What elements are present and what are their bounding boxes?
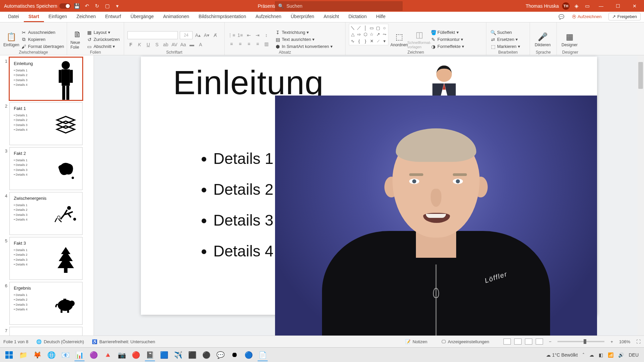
toggle-switch-icon[interactable] (59, 3, 71, 9)
taskbar-onenote[interactable]: 📓 (143, 349, 157, 361)
shape-arrow2-icon[interactable]: ↗ (375, 32, 381, 38)
tab-transitions[interactable]: Übergänge (126, 12, 158, 22)
shape-rect2-icon[interactable]: ▢ (375, 25, 381, 31)
fit-to-window-icon[interactable]: ⛶ (636, 339, 641, 344)
undo-icon[interactable]: ↶ (84, 2, 91, 10)
tray-keyboard-lang[interactable]: DEU (629, 352, 639, 358)
weather-widget[interactable]: ☁ 1°C Bewölkt (546, 352, 578, 358)
taskbar-firefox[interactable]: 🦊 (30, 349, 44, 361)
reset-button[interactable]: ↺Zurücksetzen (86, 37, 120, 43)
taskbar-app6[interactable]: 💬 (213, 349, 227, 361)
shape-oval-icon[interactable]: ○ (381, 25, 387, 31)
bold-icon[interactable]: F (127, 41, 134, 48)
shape-rect-icon[interactable]: ▭ (369, 25, 375, 31)
taskbar-outlook[interactable]: 📧 (58, 349, 72, 361)
grow-font-icon[interactable]: A▴ (195, 32, 201, 39)
bullet-item[interactable]: Details 1 (213, 143, 273, 174)
select-button[interactable]: ⬚Markieren ▾ (490, 44, 521, 50)
webcam-overlay[interactable]: Löffler (275, 96, 597, 338)
shapes-gallery[interactable]: ＼／│▭▢○ △⇨⬡☆↗⤳ ∿{}✕⟋▾ (349, 24, 388, 45)
search-input[interactable] (286, 3, 399, 9)
taskbar-chrome[interactable]: 🌐 (44, 349, 58, 361)
zoom-level[interactable]: 106% (619, 339, 630, 344)
redo-icon[interactable]: ↻ (94, 2, 101, 10)
user-name[interactable]: Thomas Hruska (526, 3, 559, 9)
tray-network-icon[interactable]: 📶 (608, 352, 613, 358)
normal-view-icon[interactable] (503, 339, 511, 345)
more-qat-icon[interactable]: ▾ (114, 2, 121, 10)
section-button[interactable]: ▭Abschnitt ▾ (86, 44, 120, 50)
shape-line2-icon[interactable]: ／ (356, 25, 362, 31)
bullet-item[interactable]: Details 3 (213, 205, 273, 236)
minimize-button[interactable]: — (594, 0, 608, 12)
layout-button[interactable]: ▦Layout ▾ (86, 29, 120, 36)
tab-home[interactable]: Start (24, 12, 44, 22)
justify-icon[interactable]: ≡ (254, 41, 261, 47)
display-settings-button[interactable]: 🖵Anzeigeeinstellungen (441, 339, 489, 344)
taskbar-app9[interactable]: 📄 (256, 349, 270, 361)
zoom-in-icon[interactable]: + (610, 339, 613, 344)
slide-editor-pane[interactable]: Einleitung Details 1Details 2Details 3De… (94, 55, 644, 350)
share-button[interactable]: ↗Freigeben (608, 13, 641, 20)
coming-soon-icon[interactable]: ◈ (573, 2, 580, 10)
align-text-button[interactable]: ▤Text ausrichten ▾ (274, 37, 333, 43)
shape-brace-icon[interactable]: { (356, 38, 362, 44)
notes-button[interactable]: 📝Notizen (405, 339, 427, 344)
taskbar-app5[interactable]: ⬛ (185, 349, 199, 361)
sorter-view-icon[interactable] (514, 339, 522, 345)
ribbon-mode-icon[interactable]: ▭ (584, 2, 591, 10)
slide-position[interactable]: Folie 1 von 8 (3, 339, 28, 344)
shape-conn-icon[interactable]: ⤳ (381, 32, 387, 38)
slide-thumbnails-pane[interactable]: 1EinleitungDetails 1Details 2Details 3De… (0, 55, 94, 350)
highlight-icon[interactable]: ▬ (189, 41, 195, 48)
cut-button[interactable]: ✂Ausschneiden (20, 29, 65, 36)
taskbar-app8[interactable]: 🔵 (241, 349, 256, 361)
slideshow-view-icon[interactable] (536, 339, 543, 345)
search-box[interactable]: 🔍 (275, 1, 402, 11)
bullets-icon[interactable]: ⋮≡ (228, 32, 235, 39)
find-button[interactable]: 🔍Suchen (490, 29, 521, 36)
copy-button[interactable]: ⧉Kopieren (20, 37, 65, 43)
columns-icon[interactable]: ▥ (263, 41, 270, 47)
replace-button[interactable]: ⇄Ersetzen ▾ (490, 37, 521, 43)
tab-animations[interactable]: Animationen (158, 12, 194, 22)
shape-effects-button[interactable]: ◑Formeffekte ▾ (430, 44, 465, 50)
slide-thumb-4[interactable]: 4ZwischenergenisDetails 1Details 2Detail… (2, 192, 94, 235)
reading-view-icon[interactable] (525, 339, 532, 345)
tab-view[interactable]: Ansicht (319, 12, 344, 22)
text-direction-button[interactable]: ↧Textrichtung ▾ (274, 29, 333, 36)
indent-inc-icon[interactable]: ⇥ (254, 32, 261, 39)
slide-canvas[interactable]: Einleitung Details 1Details 2Details 3De… (141, 57, 597, 315)
smartart-button[interactable]: ⬢In SmartArt konvertieren ▾ (274, 44, 333, 50)
taskbar-app3[interactable]: 🔴 (129, 349, 143, 361)
slide-thumb-6[interactable]: 6ErgebnisDetails 1Details 2Details 3Deta… (2, 282, 94, 325)
shape-outline-button[interactable]: ✎Formkontur ▾ (430, 37, 465, 43)
tab-help[interactable]: Hilfe (371, 12, 390, 22)
spacing-icon[interactable]: AV (171, 41, 178, 48)
taskbar-app2[interactable]: 📷 (115, 349, 129, 361)
slide-thumb-3[interactable]: 3Fakt 2Details 1Details 2Details 3Detail… (2, 147, 94, 190)
taskbar-powerpoint[interactable]: 📊 (72, 349, 87, 361)
taskbar-app4[interactable]: 🟦 (157, 349, 171, 361)
tab-record[interactable]: Aufzeichnen (251, 12, 286, 22)
close-button[interactable]: ✕ (628, 0, 641, 12)
tab-draw[interactable]: Zeichnen (72, 12, 101, 22)
align-right-icon[interactable]: ≡ (246, 41, 252, 47)
taskbar-telegram[interactable]: ✈️ (171, 349, 185, 361)
numbering-icon[interactable]: 1≡ (237, 32, 244, 39)
save-icon[interactable]: 💾 (73, 2, 81, 10)
tab-file[interactable]: Datei (3, 12, 24, 22)
slide-thumb-2[interactable]: 2Fakt 1Details 1Details 2Details 3Detail… (2, 102, 94, 145)
slide-thumb-5[interactable]: 5Fakt 3Details 1Details 2Details 3Detail… (2, 237, 94, 280)
font-color-icon[interactable]: A (197, 41, 204, 48)
strike-icon[interactable]: S (154, 41, 160, 48)
align-left-icon[interactable]: ≡ (228, 41, 235, 47)
font-family-select[interactable] (127, 31, 178, 39)
taskbar-obs[interactable]: ⚫ (199, 349, 213, 361)
vertical-scrollbar[interactable] (637, 55, 644, 350)
tab-dictation[interactable]: Dictation (344, 12, 371, 22)
italic-icon[interactable]: K (136, 41, 143, 48)
shape-tri-icon[interactable]: △ (350, 32, 356, 38)
shrink-font-icon[interactable]: A▾ (203, 32, 210, 39)
line-spacing-icon[interactable]: ↕ (263, 32, 270, 39)
